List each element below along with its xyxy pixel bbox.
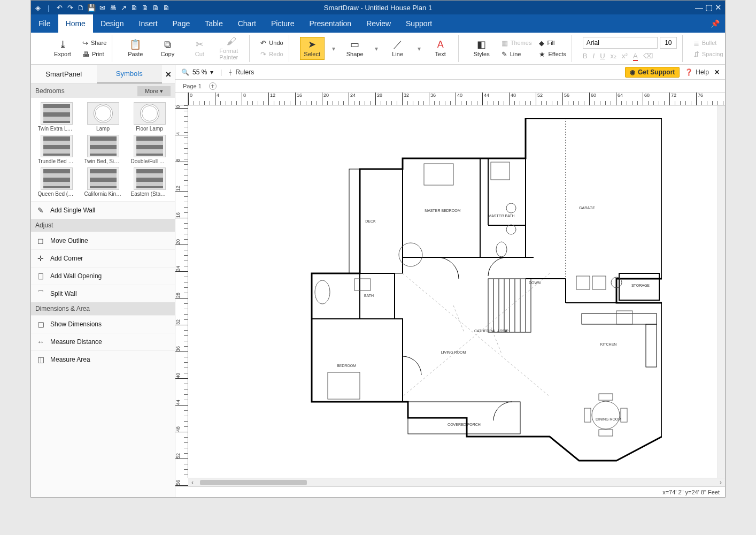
app-logo-icon[interactable]: ◈ (33, 3, 43, 12)
undo-button[interactable]: ↶Undo (260, 39, 283, 47)
print-button[interactable]: 🖶Print (82, 50, 106, 58)
copy-button[interactable]: ⧉ Copy (155, 40, 180, 57)
subscript-button[interactable]: x₂ (611, 52, 617, 60)
fill-button[interactable]: ◆Fill (539, 39, 566, 47)
page-canvas[interactable]: DECK MASTER BEDROOM MASTER BATH GARAGE S… (197, 108, 723, 477)
line-style-button[interactable]: ✎Line (502, 50, 532, 58)
brush-icon: 🖌 (227, 36, 236, 46)
underline-button[interactable]: U (600, 52, 605, 60)
redo-icon[interactable]: ↷ (65, 3, 75, 12)
tab-smartpanel[interactable]: SmartPanel (31, 65, 97, 83)
menu-insert[interactable]: Insert (132, 14, 165, 33)
symbol-item[interactable]: Floor Lamp (127, 102, 172, 132)
superscript-button[interactable]: x² (622, 52, 628, 60)
ribbon-group-clipboard: 📋 Paste ⧉ Copy ✂ Cut 🖌 Format Painter (118, 35, 250, 62)
export-ppt-icon[interactable]: 🗎 (161, 3, 171, 12)
magnifier-icon: 🔍 (181, 68, 189, 76)
styles-button[interactable]: ◧ Styles (469, 40, 494, 57)
tab-symbols[interactable]: Symbols (97, 65, 163, 83)
symbol-item[interactable]: Lamp (81, 102, 125, 132)
symbol-item[interactable]: Eastern (Stand... (127, 167, 172, 197)
menu-home[interactable]: Home (58, 14, 93, 33)
effects-button[interactable]: ★Effects (539, 50, 566, 58)
adjust-action[interactable]: ◻Move Outline (31, 232, 175, 249)
menu-presentation[interactable]: Presentation (302, 14, 359, 33)
menu-file[interactable]: File (31, 14, 58, 33)
get-support-button[interactable]: ◉ Get Support (625, 67, 680, 78)
minimize-button[interactable]: — (695, 3, 703, 12)
italic-button[interactable]: I (593, 52, 595, 60)
zoom-control[interactable]: 🔍 55 % ▾ (181, 68, 214, 77)
adjust-action[interactable]: ✛Add Corner (31, 249, 175, 267)
share-icon[interactable]: ↗ (119, 3, 128, 12)
bold-button[interactable]: B (583, 52, 588, 60)
export-excel-icon[interactable]: 🗎 (151, 3, 160, 12)
font-color-button[interactable]: A (633, 52, 638, 60)
help-button[interactable]: ❓Help (685, 68, 709, 76)
pin-ribbon-icon[interactable]: 📌 (705, 14, 725, 33)
symbol-item[interactable]: Twin Extra Lon... (34, 102, 79, 132)
more-symbols-button[interactable]: More ▾ (137, 86, 171, 96)
share-button[interactable]: ↪Share (82, 39, 106, 47)
format-painter-button[interactable]: 🖌 Format Painter (219, 36, 244, 60)
save-icon[interactable]: 💾 (87, 3, 96, 12)
line-dropdown-icon[interactable]: ▾ (418, 45, 421, 52)
shape-tool-button[interactable]: ▭ Shape (343, 40, 367, 57)
select-dropdown-icon[interactable]: ▾ (332, 45, 335, 52)
symbol-item[interactable]: Trundle Bed (D... (34, 135, 79, 164)
symbol-item[interactable]: Queen Bed (60... (34, 167, 79, 197)
help-close-icon[interactable]: ✕ (714, 68, 720, 76)
dimension-action[interactable]: ◫Measure Area (31, 350, 175, 368)
font-size-input[interactable] (660, 37, 677, 49)
floor-plan[interactable]: DECK MASTER BEDROOM MASTER BATH GARAGE S… (277, 118, 662, 471)
font-name-input[interactable] (583, 37, 658, 49)
cut-button[interactable]: ✂ Cut (187, 40, 212, 57)
svg-rect-22 (582, 314, 657, 324)
adjust-action[interactable]: ⎴Split Wall (31, 285, 175, 302)
symbol-item[interactable]: Double/Full Be... (127, 135, 172, 164)
undo-icon[interactable]: ↶ (55, 3, 64, 12)
rulers-toggle[interactable]: ⟊Rulers (228, 68, 254, 76)
vertical-scrollbar[interactable] (718, 105, 725, 478)
spacing-button[interactable]: ⇵Spacing (693, 50, 723, 58)
dimension-action[interactable]: ▢Show Dimensions (31, 315, 175, 333)
page-tab-1[interactable]: Page 1 (183, 83, 202, 89)
menu-support[interactable]: Support (398, 14, 439, 33)
menu-table[interactable]: Table (197, 14, 230, 33)
menu-design[interactable]: Design (93, 14, 132, 33)
export-word-icon[interactable]: 🗎 (140, 3, 150, 12)
export-pdf-icon[interactable]: 🗎 (129, 3, 139, 12)
clear-format-button[interactable]: ⌫ (643, 52, 653, 60)
maximize-button[interactable]: ▢ (705, 3, 713, 12)
close-button[interactable]: ✕ (715, 3, 722, 12)
dimension-action[interactable]: ↔Measure Distance (31, 333, 175, 350)
new-icon[interactable]: 🗋 (76, 3, 86, 12)
menu-chart[interactable]: Chart (230, 14, 264, 33)
line-tool-button[interactable]: ／ Line (385, 40, 410, 57)
add-single-wall-button[interactable]: ✎ Add Single Wall (31, 201, 175, 219)
symbol-item[interactable]: Twin Bed, Singl... (81, 135, 125, 164)
adjust-action[interactable]: ⎕Add Wall Opening (31, 267, 175, 285)
print-icon[interactable]: 🖶 (108, 3, 118, 12)
select-tool-button[interactable]: ➤ Select (300, 37, 325, 60)
mail-icon[interactable]: ✉ (97, 3, 107, 12)
paste-button[interactable]: 📋 Paste (123, 40, 148, 57)
side-close-button[interactable]: ✕ (162, 65, 175, 83)
add-page-button[interactable]: + (209, 82, 217, 90)
cut-icon: ✂ (196, 40, 204, 49)
export-button[interactable]: ⤓ Export (50, 40, 75, 57)
menu-picture[interactable]: Picture (264, 14, 302, 33)
symbol-label: Twin Bed, Singl... (84, 158, 122, 164)
themes-button[interactable]: ▦Themes (502, 39, 532, 47)
scrollbar-thumb[interactable] (200, 480, 307, 485)
view-separator: | (220, 68, 222, 76)
drawing-area[interactable]: 0481216202428323640444852566064687276 04… (175, 93, 725, 486)
menu-review[interactable]: Review (359, 14, 398, 33)
bullet-button[interactable]: ≣Bullet (693, 39, 723, 47)
symbol-item[interactable]: California King... (81, 167, 125, 197)
horizontal-scrollbar[interactable]: ‹› (188, 478, 725, 486)
text-tool-button[interactable]: A Text (428, 40, 453, 57)
menu-page[interactable]: Page (165, 14, 198, 33)
shape-dropdown-icon[interactable]: ▾ (375, 45, 378, 52)
redo-button[interactable]: ↷Redo (260, 50, 283, 58)
